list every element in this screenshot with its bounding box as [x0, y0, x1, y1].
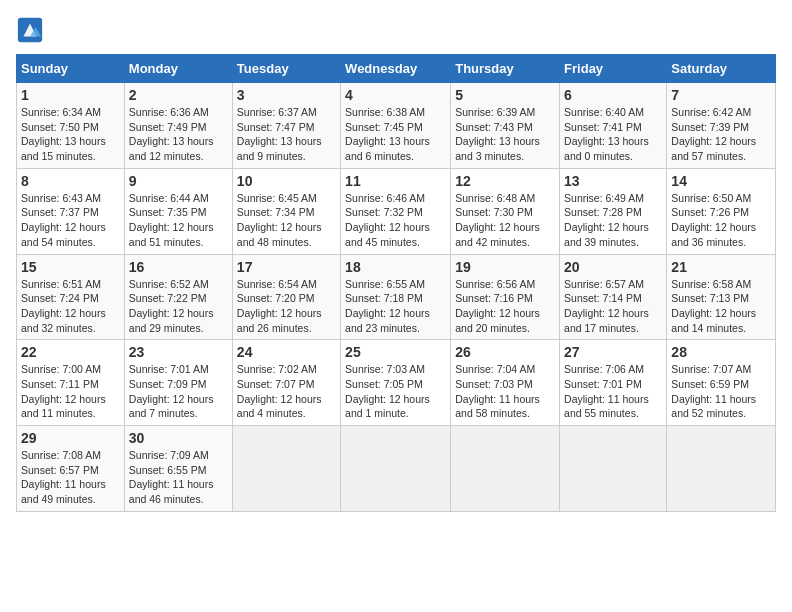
cell-text-line: Sunrise: 7:04 AM — [455, 362, 555, 377]
calendar-cell-28: 28Sunrise: 7:07 AMSunset: 6:59 PMDayligh… — [667, 340, 776, 426]
cell-text-line: and 23 minutes. — [345, 321, 446, 336]
calendar-cell-1: 1Sunrise: 6:34 AMSunset: 7:50 PMDaylight… — [17, 83, 125, 169]
calendar-cell-24: 24Sunrise: 7:02 AMSunset: 7:07 PMDayligh… — [232, 340, 340, 426]
cell-text-line: Daylight: 12 hours — [237, 306, 336, 321]
calendar-cell-30: 30Sunrise: 7:09 AMSunset: 6:55 PMDayligh… — [124, 426, 232, 512]
day-number: 20 — [564, 259, 662, 275]
cell-text-line: and 26 minutes. — [237, 321, 336, 336]
calendar-cell-empty — [341, 426, 451, 512]
cell-text-line: Daylight: 13 hours — [21, 134, 120, 149]
day-number: 18 — [345, 259, 446, 275]
cell-text-line: and 32 minutes. — [21, 321, 120, 336]
calendar-cell-7: 7Sunrise: 6:42 AMSunset: 7:39 PMDaylight… — [667, 83, 776, 169]
calendar-cell-2: 2Sunrise: 6:36 AMSunset: 7:49 PMDaylight… — [124, 83, 232, 169]
weekday-header-tuesday: Tuesday — [232, 55, 340, 83]
cell-text-line: Daylight: 13 hours — [455, 134, 555, 149]
cell-text-line: Sunrise: 6:55 AM — [345, 277, 446, 292]
day-number: 11 — [345, 173, 446, 189]
cell-text-line: Sunset: 7:30 PM — [455, 205, 555, 220]
day-number: 2 — [129, 87, 228, 103]
day-number: 12 — [455, 173, 555, 189]
cell-text-line: and 51 minutes. — [129, 235, 228, 250]
cell-text-line: Sunrise: 6:46 AM — [345, 191, 446, 206]
cell-text-line: and 39 minutes. — [564, 235, 662, 250]
day-number: 25 — [345, 344, 446, 360]
cell-text-line: Sunrise: 7:00 AM — [21, 362, 120, 377]
cell-text-line: Sunset: 7:01 PM — [564, 377, 662, 392]
cell-text-line: Sunset: 7:09 PM — [129, 377, 228, 392]
cell-text-line: Sunrise: 6:40 AM — [564, 105, 662, 120]
cell-text-line: Daylight: 12 hours — [671, 134, 771, 149]
calendar-cell-empty — [560, 426, 667, 512]
calendar-cell-22: 22Sunrise: 7:00 AMSunset: 7:11 PMDayligh… — [17, 340, 125, 426]
cell-text-line: Sunset: 7:50 PM — [21, 120, 120, 135]
cell-text-line: and 7 minutes. — [129, 406, 228, 421]
cell-text-line: Sunrise: 6:34 AM — [21, 105, 120, 120]
day-number: 22 — [21, 344, 120, 360]
calendar-cell-29: 29Sunrise: 7:08 AMSunset: 6:57 PMDayligh… — [17, 426, 125, 512]
cell-text-line: Sunset: 7:45 PM — [345, 120, 446, 135]
calendar-cell-26: 26Sunrise: 7:04 AMSunset: 7:03 PMDayligh… — [451, 340, 560, 426]
cell-text-line: Daylight: 12 hours — [21, 220, 120, 235]
cell-text-line: Daylight: 13 hours — [345, 134, 446, 149]
logo — [16, 16, 46, 44]
cell-text-line: and 58 minutes. — [455, 406, 555, 421]
cell-text-line: Sunset: 7:26 PM — [671, 205, 771, 220]
calendar-cell-15: 15Sunrise: 6:51 AMSunset: 7:24 PMDayligh… — [17, 254, 125, 340]
calendar-cell-empty — [451, 426, 560, 512]
cell-text-line: Sunset: 7:28 PM — [564, 205, 662, 220]
cell-text-line: Sunrise: 6:39 AM — [455, 105, 555, 120]
calendar-cell-18: 18Sunrise: 6:55 AMSunset: 7:18 PMDayligh… — [341, 254, 451, 340]
cell-text-line: Daylight: 12 hours — [21, 392, 120, 407]
cell-text-line: and 3 minutes. — [455, 149, 555, 164]
cell-text-line: Daylight: 12 hours — [671, 306, 771, 321]
cell-text-line: Sunset: 7:35 PM — [129, 205, 228, 220]
cell-text-line: Sunrise: 6:52 AM — [129, 277, 228, 292]
calendar-week-4: 22Sunrise: 7:00 AMSunset: 7:11 PMDayligh… — [17, 340, 776, 426]
cell-text-line: Sunset: 7:37 PM — [21, 205, 120, 220]
cell-text-line: Daylight: 12 hours — [129, 306, 228, 321]
cell-text-line: Daylight: 11 hours — [21, 477, 120, 492]
cell-text-line: Sunset: 7:41 PM — [564, 120, 662, 135]
day-number: 17 — [237, 259, 336, 275]
cell-text-line: Sunrise: 6:57 AM — [564, 277, 662, 292]
weekday-header-friday: Friday — [560, 55, 667, 83]
cell-text-line: and 6 minutes. — [345, 149, 446, 164]
calendar-table: SundayMondayTuesdayWednesdayThursdayFrid… — [16, 54, 776, 512]
cell-text-line: and 12 minutes. — [129, 149, 228, 164]
cell-text-line: Sunset: 7:03 PM — [455, 377, 555, 392]
calendar-cell-16: 16Sunrise: 6:52 AMSunset: 7:22 PMDayligh… — [124, 254, 232, 340]
day-number: 4 — [345, 87, 446, 103]
day-number: 28 — [671, 344, 771, 360]
cell-text-line: Sunset: 7:11 PM — [21, 377, 120, 392]
cell-text-line: Daylight: 12 hours — [345, 220, 446, 235]
cell-text-line: and 54 minutes. — [21, 235, 120, 250]
calendar-week-2: 8Sunrise: 6:43 AMSunset: 7:37 PMDaylight… — [17, 168, 776, 254]
cell-text-line: Daylight: 12 hours — [455, 220, 555, 235]
cell-text-line: and 14 minutes. — [671, 321, 771, 336]
cell-text-line: Daylight: 12 hours — [564, 220, 662, 235]
cell-text-line: Sunset: 7:32 PM — [345, 205, 446, 220]
weekday-header-saturday: Saturday — [667, 55, 776, 83]
day-number: 21 — [671, 259, 771, 275]
cell-text-line: and 36 minutes. — [671, 235, 771, 250]
day-number: 15 — [21, 259, 120, 275]
day-number: 13 — [564, 173, 662, 189]
cell-text-line: Daylight: 13 hours — [129, 134, 228, 149]
cell-text-line: Daylight: 12 hours — [455, 306, 555, 321]
cell-text-line: and 48 minutes. — [237, 235, 336, 250]
cell-text-line: Sunset: 7:49 PM — [129, 120, 228, 135]
cell-text-line: Sunset: 7:22 PM — [129, 291, 228, 306]
calendar-cell-23: 23Sunrise: 7:01 AMSunset: 7:09 PMDayligh… — [124, 340, 232, 426]
cell-text-line: Sunrise: 7:07 AM — [671, 362, 771, 377]
cell-text-line: Daylight: 11 hours — [129, 477, 228, 492]
cell-text-line: Daylight: 12 hours — [129, 392, 228, 407]
cell-text-line: and 1 minute. — [345, 406, 446, 421]
calendar-week-1: 1Sunrise: 6:34 AMSunset: 7:50 PMDaylight… — [17, 83, 776, 169]
cell-text-line: Sunset: 6:57 PM — [21, 463, 120, 478]
day-number: 27 — [564, 344, 662, 360]
cell-text-line: Sunrise: 6:49 AM — [564, 191, 662, 206]
cell-text-line: Sunrise: 6:43 AM — [21, 191, 120, 206]
cell-text-line: and 57 minutes. — [671, 149, 771, 164]
cell-text-line: Sunrise: 6:45 AM — [237, 191, 336, 206]
